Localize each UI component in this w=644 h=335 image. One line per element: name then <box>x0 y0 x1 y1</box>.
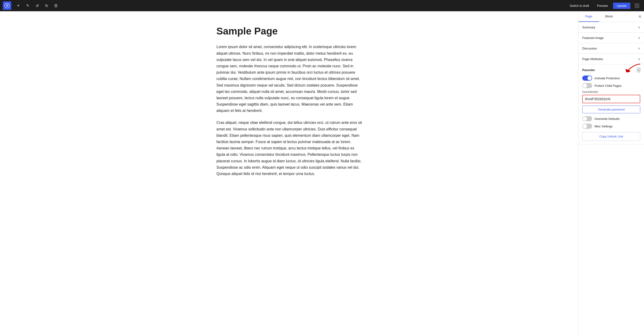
plus-icon: + <box>17 3 20 8</box>
section-discussion-title: Discussion <box>582 47 597 50</box>
generate-password-button[interactable]: Generate password <box>582 106 640 113</box>
close-icon: ✕ <box>638 14 642 19</box>
add-block-button[interactable]: + <box>14 1 22 10</box>
page-title[interactable]: Sample Page <box>216 25 362 37</box>
activate-protection-label: Activate Protection <box>594 76 620 80</box>
tab-block[interactable]: Block <box>599 11 619 22</box>
section-featured-image-header[interactable]: Featured image ∨ <box>578 33 644 43</box>
extra-toggles-section: Overwrite Defaults Misc Settings <box>582 116 640 129</box>
sidebar-toggle-button[interactable]: ⬛ <box>633 1 641 10</box>
activate-protection-slider <box>582 75 592 81</box>
overwrite-defaults-row: Overwrite Defaults <box>582 116 640 121</box>
password-label: PASSWORD <box>582 90 640 93</box>
list-view-icon: ☰ <box>54 3 58 8</box>
section-summary: Summary ∨ <box>578 22 644 33</box>
sidebar-tabs-row: Page Block ✕ <box>578 11 644 22</box>
summary-chevron-icon: ∨ <box>638 25 640 29</box>
activate-protection-row: Activate Protection <box>582 75 640 81</box>
passster-chevron-icon: ∧ <box>638 68 640 72</box>
edit-button[interactable]: ✎ <box>24 1 32 10</box>
activate-protection-toggle[interactable] <box>582 75 592 81</box>
misc-settings-row: Misc Settings <box>582 124 640 129</box>
undo-button[interactable]: ↺ <box>33 1 41 10</box>
section-summary-header[interactable]: Summary ∨ <box>578 22 644 32</box>
protect-child-pages-label: Protect Child Pages <box>594 84 622 87</box>
section-featured-image-title: Featured image <box>582 36 604 40</box>
toolbar: + ✎ ↺ ↻ ☰ Switch to draft Preview Update… <box>0 0 644 11</box>
paragraph-2[interactable]: Cras aliquet, neque vitae eleifend congu… <box>216 119 362 177</box>
featured-image-chevron-icon: ∨ <box>638 36 640 40</box>
update-button[interactable]: Update <box>613 2 630 9</box>
paragraph-1[interactable]: Lorem ipsum dolor sit amet, consectetur … <box>216 44 362 114</box>
misc-settings-slider <box>582 124 592 129</box>
overwrite-defaults-toggle[interactable] <box>582 116 592 121</box>
edit-icon: ✎ <box>26 3 29 8</box>
protect-child-pages-toggle[interactable] <box>582 83 592 88</box>
overwrite-defaults-label: Overwrite Defaults <box>594 117 620 121</box>
password-input-wrapper <box>582 95 640 103</box>
page-body: Lorem ipsum dolor sit amet, consectetur … <box>216 44 362 177</box>
password-input[interactable] <box>583 95 640 103</box>
copy-unlock-link-button[interactable]: Copy Unlock Link <box>582 132 640 141</box>
main-layout: Sample Page Lorem ipsum dolor sit amet, … <box>0 11 644 335</box>
list-view-button[interactable]: ☰ <box>52 1 60 10</box>
switch-to-draft-button[interactable]: Switch to draft <box>567 2 592 9</box>
redo-icon: ↻ <box>45 3 48 8</box>
protect-child-pages-slider <box>582 83 592 88</box>
misc-settings-label: Misc Settings <box>594 125 612 128</box>
section-summary-title: Summary <box>582 25 596 29</box>
protect-child-pages-row: Protect Child Pages <box>582 83 640 88</box>
editor-area: Sample Page Lorem ipsum dolor sit amet, … <box>0 11 578 335</box>
overwrite-defaults-slider <box>582 116 592 121</box>
undo-icon: ↺ <box>36 3 39 8</box>
discussion-chevron-icon: ∨ <box>638 46 640 50</box>
section-discussion-header[interactable]: Discussion ∨ <box>578 43 644 53</box>
redo-button[interactable]: ↻ <box>42 1 51 10</box>
sidebar: Page Block ✕ Summary ∨ Featured image ∨ … <box>578 11 644 335</box>
sidebar-close-button[interactable]: ✕ <box>636 12 644 21</box>
section-page-attributes-header[interactable]: Page Attributes ∨ <box>578 54 644 64</box>
section-discussion: Discussion ∨ <box>578 43 644 54</box>
passster-header: Passster ∧ <box>582 67 640 72</box>
password-section: PASSWORD <box>582 90 640 103</box>
passster-collapse-button[interactable]: ∧ <box>637 67 640 72</box>
passster-title: Passster <box>582 68 595 72</box>
editor-content: Sample Page Lorem ipsum dolor sit amet, … <box>216 25 362 321</box>
section-page-attributes: Page Attributes ∨ <box>578 54 644 64</box>
wp-logo <box>3 1 11 10</box>
section-featured-image: Featured image ∨ <box>578 33 644 43</box>
wordpress-icon <box>4 3 10 8</box>
tab-page[interactable]: Page <box>578 11 599 22</box>
section-page-attributes-title: Page Attributes <box>582 57 603 61</box>
sidebar-toggle-icon: ⬛ <box>634 3 640 8</box>
toolbar-right: Switch to draft Preview Update ⬛ <box>567 1 641 10</box>
passster-content: Passster ∧ <box>582 67 640 141</box>
section-passster: Passster ∧ <box>578 64 644 144</box>
page-attributes-chevron-icon: ∨ <box>638 57 640 61</box>
misc-settings-toggle[interactable] <box>582 124 592 129</box>
preview-button[interactable]: Preview <box>594 2 611 9</box>
